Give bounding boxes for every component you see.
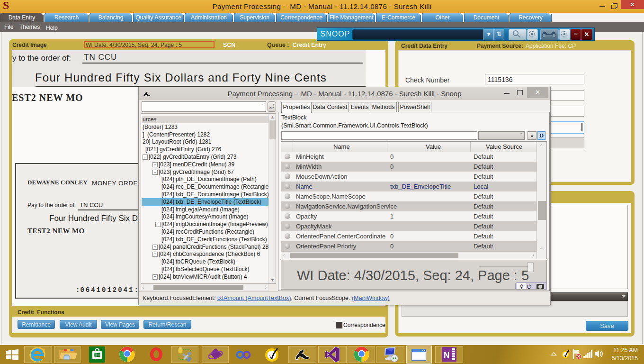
svg-text:N: N (444, 351, 449, 360)
